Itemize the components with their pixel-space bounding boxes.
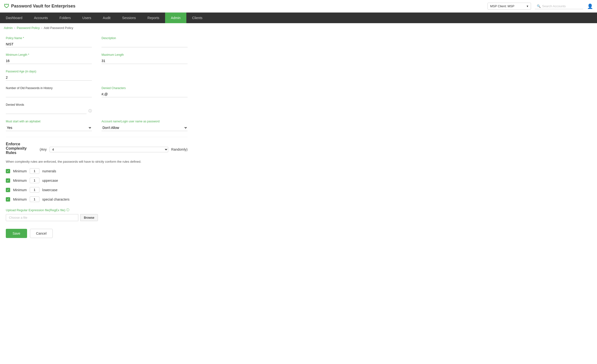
cancel-button[interactable]: Cancel bbox=[30, 229, 53, 238]
nav-accounts[interactable]: Accounts bbox=[28, 13, 54, 23]
must-start-select[interactable]: Yes No bbox=[6, 125, 92, 131]
rule-minimum-lowercase-label: Minimum bbox=[13, 188, 27, 192]
rule-special-type: special characters bbox=[42, 197, 70, 201]
password-age-label: Password Age (in days) bbox=[6, 70, 92, 73]
complexity-description: When complexity rules are enforced, the … bbox=[6, 160, 188, 163]
nav-users[interactable]: Users bbox=[77, 13, 97, 23]
brand-title: Password Vault for Enterprises bbox=[11, 4, 75, 9]
randomly-label: Randomly) bbox=[171, 147, 188, 151]
action-row: Save Cancel bbox=[6, 229, 188, 238]
form-row-1: Policy Name * Description bbox=[6, 37, 188, 47]
nav-sessions[interactable]: Sessions bbox=[116, 13, 142, 23]
policy-name-input[interactable] bbox=[6, 41, 92, 47]
denied-chars-input[interactable] bbox=[102, 91, 188, 97]
rule-uppercase-type: uppercase bbox=[42, 179, 58, 182]
account-name-label: Account name/Login user name as password bbox=[102, 120, 188, 123]
checkbox-lowercase[interactable]: ✓ bbox=[6, 188, 10, 192]
brand: 🛡 Password Vault for Enterprises bbox=[4, 3, 75, 9]
rule-minimum-numerals-label: Minimum bbox=[13, 169, 27, 173]
old-passwords-input[interactable] bbox=[6, 91, 92, 97]
search-placeholder: Search Accounts bbox=[542, 4, 566, 8]
filler-group-3 bbox=[102, 70, 188, 81]
breadcrumb: Admin › Password Policy › Add Password P… bbox=[0, 23, 597, 33]
file-input-row: Choose a file Browse bbox=[6, 214, 188, 221]
form-container: Policy Name * Description Minimum Length… bbox=[0, 33, 193, 248]
description-label: Description bbox=[102, 37, 188, 40]
checkbox-numerals[interactable]: ✓ bbox=[6, 169, 10, 173]
upload-info-icon[interactable]: ⓘ bbox=[66, 208, 69, 212]
denied-words-input[interactable] bbox=[6, 108, 86, 114]
form-row-5: Denied Words ⓘ bbox=[6, 103, 188, 114]
upload-label-text: Upload Regular Expression file(RegEx fil… bbox=[6, 208, 65, 212]
max-length-input[interactable] bbox=[102, 58, 188, 64]
complexity-any-select[interactable]: 1 2 3 4 5 bbox=[50, 147, 168, 152]
policy-name-group: Policy Name * bbox=[6, 37, 92, 47]
rule-special-input[interactable] bbox=[30, 197, 39, 202]
rule-lowercase-type: lowercase bbox=[42, 188, 57, 192]
min-length-label: Minimum Length * bbox=[6, 53, 92, 56]
denied-chars-label: Denied Characters bbox=[102, 86, 188, 90]
nav-audit[interactable]: Audit bbox=[97, 13, 116, 23]
checkbox-special[interactable]: ✓ bbox=[6, 197, 10, 202]
rule-numerals-type: numerals bbox=[42, 169, 56, 173]
breadcrumb-password-policy[interactable]: Password Policy bbox=[17, 26, 40, 30]
description-input[interactable] bbox=[102, 41, 188, 47]
complexity-title: Enforce Complexity Rules bbox=[6, 142, 37, 155]
description-group: Description bbox=[102, 37, 188, 47]
search-bar: 🔍 Search Accounts bbox=[535, 3, 583, 9]
rule-lowercase-input[interactable] bbox=[30, 187, 39, 193]
password-age-input[interactable] bbox=[6, 75, 92, 81]
form-row-3: Password Age (in days) bbox=[6, 70, 188, 81]
form-row-4: Number of Old Passwords in History Denie… bbox=[6, 86, 188, 97]
chevron-down-icon: ▾ bbox=[527, 4, 528, 8]
msp-dropdown[interactable]: MSP Client: MSP ▾ bbox=[487, 3, 531, 10]
nav-admin[interactable]: Admin bbox=[165, 13, 186, 23]
account-name-select[interactable]: Don't Allow Allow bbox=[102, 125, 188, 131]
breadcrumb-sep-1: › bbox=[14, 26, 15, 30]
checkbox-uppercase[interactable]: ✓ bbox=[6, 178, 10, 183]
rule-minimum-special-label: Minimum bbox=[13, 197, 27, 201]
shield-icon: 🛡 bbox=[4, 3, 9, 9]
save-button[interactable]: Save bbox=[6, 229, 27, 238]
upload-section: Upload Regular Expression file(RegEx fil… bbox=[6, 208, 188, 221]
main-nav: Dashboard Accounts Folders Users Audit S… bbox=[0, 13, 597, 23]
msp-label: MSP Client: MSP bbox=[490, 4, 514, 8]
filler-group-5 bbox=[102, 103, 188, 114]
rule-minimum-uppercase-label: Minimum bbox=[13, 179, 27, 182]
rule-row-numerals: ✓ Minimum numerals bbox=[6, 168, 188, 174]
form-row-2: Minimum Length * Maximum Length bbox=[6, 53, 188, 64]
section-divider bbox=[6, 137, 188, 137]
min-length-group: Minimum Length * bbox=[6, 53, 92, 64]
rule-row-lowercase: ✓ Minimum lowercase bbox=[6, 187, 188, 193]
nav-folders[interactable]: Folders bbox=[54, 13, 77, 23]
file-placeholder: Choose a file bbox=[9, 216, 27, 220]
form-row-6: Must start with an alphabet Yes No Accou… bbox=[6, 120, 188, 131]
account-name-group: Account name/Login user name as password… bbox=[102, 120, 188, 131]
min-length-input[interactable] bbox=[6, 58, 92, 64]
rule-uppercase-input[interactable] bbox=[30, 178, 39, 183]
nav-dashboard[interactable]: Dashboard bbox=[0, 13, 28, 23]
breadcrumb-admin[interactable]: Admin bbox=[4, 26, 13, 30]
denied-words-group: Denied Words ⓘ bbox=[6, 103, 92, 114]
search-icon: 🔍 bbox=[537, 4, 541, 8]
policy-name-label: Policy Name * bbox=[6, 37, 92, 40]
rule-row-special: ✓ Minimum special characters bbox=[6, 197, 188, 202]
browse-button[interactable]: Browse bbox=[80, 214, 98, 221]
denied-words-info-icon[interactable]: ⓘ bbox=[88, 109, 92, 113]
breadcrumb-sep-2: › bbox=[41, 26, 42, 30]
must-start-group: Must start with an alphabet Yes No bbox=[6, 120, 92, 131]
password-age-group: Password Age (in days) bbox=[6, 70, 92, 81]
any-label: (Any bbox=[40, 147, 47, 151]
nav-clients[interactable]: Clients bbox=[186, 13, 208, 23]
user-icon[interactable]: 👤 bbox=[587, 3, 593, 9]
header-right: MSP Client: MSP ▾ 🔍 Search Accounts 👤 bbox=[487, 3, 593, 10]
old-passwords-label: Number of Old Passwords in History bbox=[6, 86, 92, 90]
denied-chars-group: Denied Characters bbox=[102, 86, 188, 97]
rule-numerals-input[interactable] bbox=[30, 168, 39, 174]
max-length-group: Maximum Length bbox=[102, 53, 188, 64]
must-start-label: Must start with an alphabet bbox=[6, 120, 92, 123]
nav-reports[interactable]: Reports bbox=[142, 13, 165, 23]
header: 🛡 Password Vault for Enterprises MSP Cli… bbox=[0, 0, 597, 13]
rule-row-uppercase: ✓ Minimum uppercase bbox=[6, 178, 188, 183]
max-length-label: Maximum Length bbox=[102, 53, 188, 56]
